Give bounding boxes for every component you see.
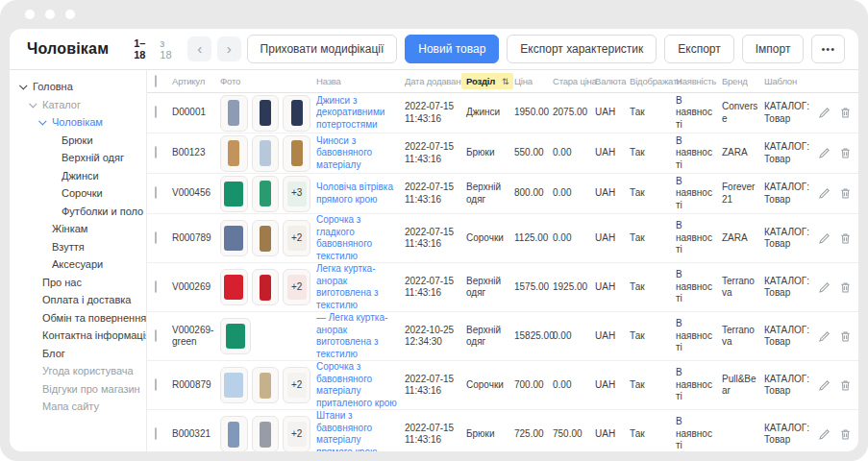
product-photo[interactable]	[283, 95, 310, 132]
delete-trash-icon[interactable]	[839, 147, 852, 159]
delete-trash-icon[interactable]	[839, 232, 852, 245]
import-button[interactable]: Імпорт	[742, 35, 805, 63]
product-photo[interactable]	[252, 220, 280, 256]
sidebar-item-12[interactable]: Оплата і доставка	[10, 291, 146, 309]
row-checkbox[interactable]	[155, 231, 157, 244]
product-photo[interactable]	[220, 318, 251, 354]
select-all-checkbox[interactable]	[155, 75, 157, 87]
row-checkbox[interactable]	[155, 378, 157, 391]
row-checkbox[interactable]	[155, 186, 157, 199]
product-old-price: 0.00	[553, 232, 595, 245]
product-photo[interactable]	[252, 135, 280, 172]
delete-trash-icon[interactable]	[839, 281, 852, 294]
product-photo[interactable]: +2	[283, 220, 310, 256]
edit-pencil-icon[interactable]	[818, 379, 831, 392]
sidebar-item-2[interactable]: Чоловікам	[10, 113, 146, 132]
column-header-sku[interactable]: Артикул	[172, 76, 220, 86]
product-photo[interactable]	[252, 269, 280, 305]
product-photo[interactable]: +2	[283, 416, 310, 451]
column-header-name[interactable]: Назва	[316, 76, 405, 86]
chevron-right-icon: ›	[227, 41, 232, 56]
product-photo[interactable]	[252, 95, 280, 132]
row-checkbox[interactable]	[155, 329, 157, 342]
column-header-price[interactable]: Ціна	[514, 76, 553, 86]
pagination-next-button[interactable]: ›	[217, 36, 241, 61]
new-product-button[interactable]: Новий товар	[405, 35, 499, 63]
product-photo[interactable]	[220, 176, 248, 212]
delete-trash-icon[interactable]	[839, 107, 852, 119]
delete-trash-icon[interactable]	[839, 187, 852, 200]
pagination-prev-button[interactable]: ‹	[187, 36, 211, 61]
edit-pencil-icon[interactable]	[818, 428, 831, 441]
edit-pencil-icon[interactable]	[818, 147, 831, 159]
product-photo[interactable]	[220, 135, 248, 172]
product-name-link[interactable]: — Легка куртка-анорак виготовлена з текс…	[316, 312, 405, 360]
product-name-link[interactable]: Чоловіча вітрівка прямого крою	[316, 182, 405, 206]
product-name-link[interactable]: Легка куртка-анорак виготовлена з тексти…	[316, 263, 405, 311]
product-name-link[interactable]: Чиноси з бавовняного матеріалу	[316, 135, 405, 172]
window-control-dot	[45, 10, 55, 19]
sidebar-item-16[interactable]: Угода користувача	[10, 362, 146, 380]
column-header-section[interactable]: Розділ ⇅	[466, 73, 514, 89]
chevron-down-icon	[38, 117, 46, 125]
sort-icon[interactable]: ⇅	[502, 77, 508, 86]
edit-pencil-icon[interactable]	[818, 232, 831, 245]
product-name-link[interactable]: Сорочка з гладкого бавовняного текстилю	[316, 214, 405, 262]
column-header-availability[interactable]: Наявність	[676, 76, 722, 86]
product-photo[interactable]	[252, 176, 280, 212]
product-photo[interactable]	[220, 220, 248, 256]
product-photo[interactable]	[220, 95, 248, 132]
sidebar-item-14[interactable]: Контактна інформація	[10, 327, 146, 345]
delete-trash-icon[interactable]	[839, 330, 852, 343]
sidebar-item-17[interactable]: Відгуки про магазин	[10, 380, 146, 399]
sidebar-item-13[interactable]: Обмін та повернення	[10, 309, 146, 328]
edit-pencil-icon[interactable]	[818, 281, 831, 294]
row-checkbox[interactable]	[155, 280, 157, 293]
edit-pencil-icon[interactable]	[818, 187, 831, 200]
delete-trash-icon[interactable]	[839, 428, 852, 441]
sidebar-item-4[interactable]: Верхній одяг	[10, 149, 146, 167]
export-attributes-button[interactable]: Експорт характеристик	[507, 35, 657, 63]
sidebar-item-0[interactable]: Головна	[10, 78, 146, 96]
sidebar-item-3[interactable]: Брюки	[10, 132, 146, 150]
column-header-currency[interactable]: Валюта	[595, 76, 630, 86]
product-photo[interactable]: +2	[283, 269, 310, 305]
product-photo[interactable]: +2	[283, 367, 310, 403]
column-header-display[interactable]: Відображати	[630, 76, 676, 86]
sidebar-item-11[interactable]: Про нас	[10, 274, 146, 292]
product-photo[interactable]	[220, 269, 248, 305]
column-header-old-price[interactable]: Стара ціна	[553, 76, 595, 86]
sidebar-item-10[interactable]: Аксесуари	[10, 255, 146, 274]
sidebar-item-7[interactable]: Футболки и поло	[10, 203, 146, 221]
column-header-template[interactable]: Шаблон	[764, 76, 818, 86]
column-header-date[interactable]: Дата додавання	[405, 76, 466, 86]
hide-modifications-button[interactable]: Приховати модифікації	[247, 35, 398, 63]
product-photo[interactable]	[252, 416, 280, 451]
row-checkbox[interactable]	[155, 146, 157, 158]
sidebar-item-15[interactable]: Блог	[10, 345, 146, 363]
product-photo[interactable]: +3	[283, 176, 310, 212]
more-actions-button[interactable]: •••	[811, 35, 845, 63]
sidebar-item-9[interactable]: Взуття	[10, 238, 146, 256]
product-name-link[interactable]: Джинси з декоративними потертостями	[316, 95, 405, 132]
product-name-link[interactable]: Сорочка з бавовняного матеріалу притален…	[316, 361, 405, 409]
product-photo[interactable]	[220, 367, 248, 403]
sidebar-item-6[interactable]: Сорочки	[10, 184, 146, 203]
row-checkbox[interactable]	[155, 106, 157, 118]
product-photo[interactable]	[283, 135, 310, 172]
sidebar-item-8[interactable]: Жінкам	[10, 220, 146, 238]
product-name-link[interactable]: Штани з бавовняного матеріалу прямого кр…	[316, 410, 405, 451]
row-checkbox[interactable]	[155, 427, 157, 440]
column-header-photo[interactable]: Фото	[220, 76, 316, 86]
product-photo[interactable]	[220, 416, 248, 451]
sidebar-item-18[interactable]: Мапа сайту	[10, 398, 146, 416]
sidebar-item-5[interactable]: Джинси	[10, 167, 146, 185]
pagination-total: з 18	[160, 37, 178, 61]
edit-pencil-icon[interactable]	[818, 107, 831, 119]
column-header-brand[interactable]: Бренд	[722, 76, 764, 86]
product-photo[interactable]	[252, 367, 280, 403]
sidebar-item-1[interactable]: Каталог	[10, 96, 146, 114]
delete-trash-icon[interactable]	[839, 379, 852, 392]
export-button[interactable]: Експорт	[664, 35, 733, 63]
edit-pencil-icon[interactable]	[818, 330, 831, 343]
